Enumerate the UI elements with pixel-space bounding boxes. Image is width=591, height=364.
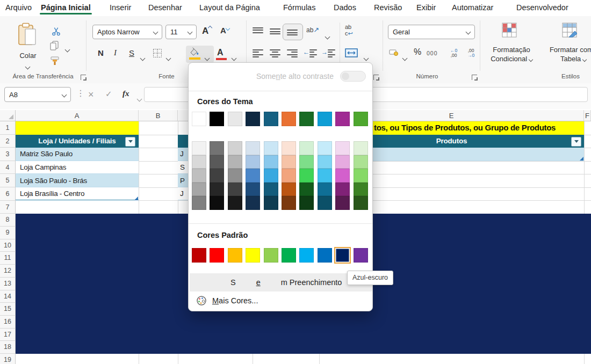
standard-color-swatch[interactable] <box>299 248 314 263</box>
theme-variant-swatch[interactable] <box>354 169 368 183</box>
cancel-icon[interactable]: × <box>88 89 94 100</box>
theme-variant-swatch[interactable] <box>246 155 260 169</box>
standard-color-swatch[interactable] <box>318 248 332 263</box>
theme-variant-swatch[interactable] <box>318 196 332 210</box>
theme-color-swatch[interactable] <box>264 112 278 126</box>
format-as-table-button[interactable]: Formatar como Tabela <box>544 46 591 63</box>
insert-function-icon[interactable]: fx <box>122 89 129 98</box>
store-row[interactable]: Loja Campinas <box>16 161 139 174</box>
ribbon-tab-f-rmulas[interactable]: Fórmulas <box>283 3 315 12</box>
ribbon-tab-layout-da-p-gina[interactable]: Layout da Página <box>199 3 260 12</box>
theme-variant-swatch[interactable] <box>282 169 296 183</box>
ribbon-tab-inserir[interactable]: Inserir <box>110 3 131 12</box>
copy-chevron-icon[interactable] <box>66 44 69 54</box>
row-header-8[interactable]: 8 <box>0 214 16 227</box>
theme-variant-swatch[interactable] <box>264 196 278 210</box>
theme-variant-swatch[interactable] <box>246 169 260 183</box>
theme-variant-swatch[interactable] <box>264 183 278 196</box>
store-table-header[interactable]: Loja / Unidades / Filiais <box>16 135 139 148</box>
theme-variant-swatch[interactable] <box>282 196 296 210</box>
font-color-button[interactable]: A <box>217 48 224 57</box>
orientation-chevron-icon[interactable] <box>326 31 329 41</box>
copy-icon[interactable] <box>49 41 59 50</box>
theme-variant-swatch[interactable] <box>354 155 368 169</box>
row-header-4[interactable]: 4 <box>0 161 16 174</box>
store-row[interactable]: Matriz São Paulo <box>16 148 139 161</box>
products-filter-button[interactable] <box>571 137 581 147</box>
theme-variant-swatch[interactable] <box>318 183 332 196</box>
font-size-combo[interactable]: 11 <box>165 25 197 39</box>
paste-icon[interactable] <box>18 23 37 46</box>
underline-button[interactable]: S <box>129 48 134 57</box>
theme-variant-swatch[interactable] <box>335 196 350 210</box>
format-as-table-icon[interactable] <box>562 23 577 38</box>
merge-center-icon[interactable] <box>345 48 358 57</box>
theme-color-swatch[interactable] <box>318 112 332 126</box>
theme-variant-swatch[interactable] <box>335 183 350 196</box>
decrease-decimal-icon[interactable]: ,00→0 <box>467 48 474 58</box>
select-all-corner[interactable] <box>0 110 16 121</box>
comma-style-button[interactable]: 000 <box>427 50 438 56</box>
theme-variant-swatch[interactable] <box>264 141 278 155</box>
shrink-font-button[interactable]: A <box>220 26 229 35</box>
column-header-F[interactable]: F <box>584 110 591 121</box>
bold-button[interactable]: N <box>98 48 104 57</box>
theme-variant-swatch[interactable] <box>192 141 206 155</box>
font-color-chevron-icon[interactable] <box>232 53 236 62</box>
theme-variant-swatch[interactable] <box>228 141 242 155</box>
theme-variant-swatch[interactable] <box>264 155 278 169</box>
column-header-B[interactable]: B <box>139 110 178 121</box>
row-header-13[interactable]: 13 <box>0 278 16 290</box>
percent-style-button[interactable]: % <box>414 47 421 57</box>
row-header-11[interactable]: 11 <box>0 252 16 265</box>
standard-color-swatch[interactable] <box>246 248 260 263</box>
theme-variant-swatch[interactable] <box>192 183 206 196</box>
paste-chevron-icon[interactable] <box>26 61 30 71</box>
merge-chevron-icon[interactable] <box>364 53 368 62</box>
column-header-A[interactable]: A <box>16 110 139 121</box>
increase-decimal-icon[interactable]: ←0,00 <box>450 48 457 58</box>
ribbon-tab-arquivo[interactable]: Arquivo <box>5 3 32 12</box>
grow-font-button[interactable]: A <box>202 26 212 37</box>
increase-indent-icon[interactable]: → <box>321 48 328 56</box>
theme-variant-swatch[interactable] <box>192 196 206 210</box>
theme-color-swatch[interactable] <box>335 112 350 126</box>
row-header-18[interactable]: 18 <box>0 341 16 354</box>
number-format-combo[interactable]: Geral <box>388 25 475 39</box>
theme-variant-swatch[interactable] <box>335 141 350 155</box>
theme-variant-swatch[interactable] <box>282 155 296 169</box>
ribbon-tab-automatizar[interactable]: Automatizar <box>452 3 493 12</box>
italic-button[interactable]: I <box>114 48 117 57</box>
fill-color-icon[interactable] <box>189 47 200 57</box>
theme-variant-swatch[interactable] <box>192 155 206 169</box>
theme-variant-swatch[interactable] <box>210 183 224 196</box>
theme-color-swatch[interactable] <box>228 112 242 126</box>
theme-variant-swatch[interactable] <box>264 169 278 183</box>
standard-color-swatch[interactable] <box>354 248 368 263</box>
row-header-9[interactable]: 9 <box>0 227 16 239</box>
accounting-format-icon[interactable] <box>389 48 399 56</box>
theme-variant-swatch[interactable] <box>210 141 224 155</box>
theme-color-swatch[interactable] <box>354 112 368 126</box>
font-name-combo[interactable]: Aptos Narrow <box>92 25 162 39</box>
standard-color-swatch[interactable] <box>210 248 224 263</box>
theme-variant-swatch[interactable] <box>335 169 350 183</box>
row-header-3[interactable]: 3 <box>0 148 16 161</box>
row-header-2[interactable]: 2 <box>0 135 16 148</box>
theme-variant-swatch[interactable] <box>318 169 332 183</box>
products-table-resize-handle[interactable] <box>580 157 583 161</box>
standard-color-swatch-dark-blue[interactable] <box>335 248 350 263</box>
decrease-indent-icon[interactable]: ← <box>303 48 309 56</box>
fill-color-chevron-icon[interactable] <box>205 53 209 62</box>
theme-variant-swatch[interactable] <box>246 196 260 210</box>
cut-icon[interactable] <box>52 27 61 36</box>
more-colors-option[interactable]: Mais Cores... <box>190 292 372 310</box>
theme-variant-swatch[interactable] <box>228 169 242 183</box>
row-header-19[interactable]: 19 <box>0 354 16 364</box>
ribbon-tab-desenhar[interactable]: Desenhar <box>148 3 182 12</box>
cell-a1-banner[interactable] <box>16 121 139 135</box>
theme-variant-swatch[interactable] <box>335 155 350 169</box>
orientation-icon[interactable]: ab↗ <box>306 26 319 34</box>
row-header-15[interactable]: 15 <box>0 303 16 316</box>
theme-variant-swatch[interactable] <box>354 196 368 210</box>
